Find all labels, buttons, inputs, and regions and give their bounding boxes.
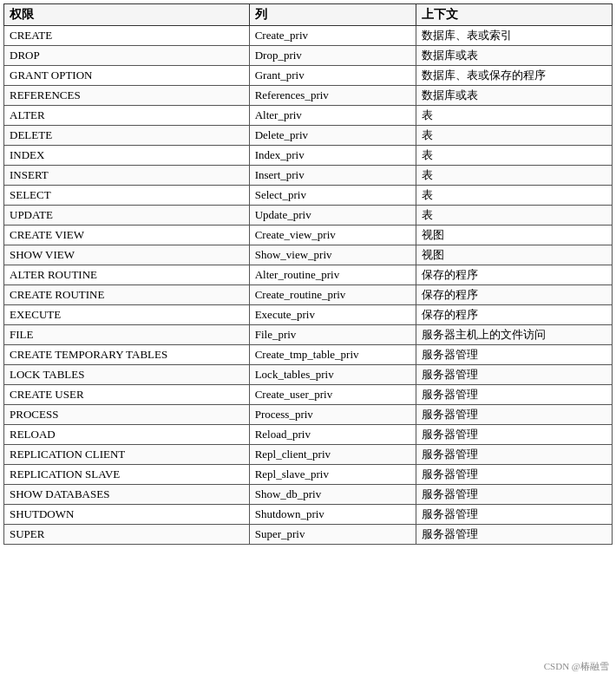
table-row: FILEFile_priv服务器主机上的文件访问 xyxy=(4,325,613,345)
table-cell: RELOAD xyxy=(4,425,250,445)
table-row: REPLICATION CLIENTRepl_client_priv服务器管理 xyxy=(4,445,613,465)
table-cell: 视图 xyxy=(416,226,613,245)
table-row: LOCK TABLESLock_tables_priv服务器管理 xyxy=(4,365,613,385)
table-row: DROPDrop_priv数据库或表 xyxy=(4,46,613,66)
table-cell: Process_priv xyxy=(249,405,416,425)
table-cell: 数据库或表 xyxy=(416,46,613,66)
table-cell: 表 xyxy=(416,186,613,206)
table-cell: CREATE ROUTINE xyxy=(4,285,250,305)
table-cell: 服务器管理 xyxy=(416,425,613,445)
table-cell: 表 xyxy=(416,126,613,146)
table-cell: Select_priv xyxy=(249,186,416,206)
table-cell: CREATE USER xyxy=(4,385,250,405)
table-cell: Create_routine_priv xyxy=(249,285,416,305)
table-cell: DROP xyxy=(4,46,250,66)
table-row: ALTERAlter_priv表 xyxy=(4,106,613,126)
table-row: CREATE TEMPORARY TABLESCreate_tmp_table_… xyxy=(4,345,613,365)
table-cell: INSERT xyxy=(4,166,250,186)
table-cell: Repl_slave_priv xyxy=(249,465,416,485)
table-cell: Grant_priv xyxy=(249,66,416,86)
table-cell: Show_view_priv xyxy=(249,245,416,265)
table-row: SELECTSelect_priv表 xyxy=(4,186,613,206)
table-cell: INDEX xyxy=(4,146,250,166)
table-cell: Drop_priv xyxy=(249,46,416,66)
table-cell: REPLICATION SLAVE xyxy=(4,465,250,485)
table-cell: Alter_routine_priv xyxy=(249,265,416,285)
table-cell: REPLICATION CLIENT xyxy=(4,445,250,465)
table-cell: CREATE TEMPORARY TABLES xyxy=(4,345,250,365)
table-cell: CREATE VIEW xyxy=(4,226,250,245)
table-cell: Reload_priv xyxy=(249,425,416,445)
table-cell: 表 xyxy=(416,206,613,226)
table-cell: Insert_priv xyxy=(249,166,416,186)
table-cell: FILE xyxy=(4,325,250,345)
table-row: INSERTInsert_priv表 xyxy=(4,166,613,186)
table-cell: 保存的程序 xyxy=(416,265,613,285)
table-cell: LOCK TABLES xyxy=(4,365,250,385)
table-row: CREATECreate_priv数据库、表或索引 xyxy=(4,26,613,46)
table-cell: Alter_priv xyxy=(249,106,416,126)
table-cell: Shutdown_priv xyxy=(249,505,416,525)
table-cell: SHUTDOWN xyxy=(4,505,250,525)
table-cell: 服务器管理 xyxy=(416,385,613,405)
table-row: SUPERSuper_priv服务器管理 xyxy=(4,525,613,545)
table-cell: Update_priv xyxy=(249,206,416,226)
table-row: CREATE ROUTINECreate_routine_priv保存的程序 xyxy=(4,285,613,305)
table-cell: Index_priv xyxy=(249,146,416,166)
table-row: ALTER ROUTINEAlter_routine_priv保存的程序 xyxy=(4,265,613,285)
table-cell: 服务器管理 xyxy=(416,405,613,425)
table-cell: 表 xyxy=(416,106,613,126)
table-cell: 服务器管理 xyxy=(416,445,613,465)
table-cell: 表 xyxy=(416,146,613,166)
table-cell: 表 xyxy=(416,166,613,186)
table-cell: Super_priv xyxy=(249,525,416,545)
table-cell: SHOW VIEW xyxy=(4,245,250,265)
table-cell: CREATE xyxy=(4,26,250,46)
table-header-row: 权限 列 上下文 xyxy=(4,4,613,26)
table-row: GRANT OPTIONGrant_priv数据库、表或保存的程序 xyxy=(4,66,613,86)
table-row: PROCESSProcess_priv服务器管理 xyxy=(4,405,613,425)
watermark: CSDN @椿融雪 xyxy=(544,660,609,673)
table-cell: Show_db_priv xyxy=(249,485,416,505)
table-row: REPLICATION SLAVERepl_slave_priv服务器管理 xyxy=(4,465,613,485)
table-cell: DELETE xyxy=(4,126,250,146)
table-cell: 视图 xyxy=(416,245,613,265)
table-cell: UPDATE xyxy=(4,206,250,226)
table-cell: Execute_priv xyxy=(249,305,416,325)
table-cell: 服务器管理 xyxy=(416,485,613,505)
table-row: SHOW DATABASESShow_db_priv服务器管理 xyxy=(4,485,613,505)
table-cell: References_priv xyxy=(249,86,416,106)
main-container: 权限 列 上下文 CREATECreate_priv数据库、表或索引DROPDr… xyxy=(0,0,616,548)
table-cell: ALTER ROUTINE xyxy=(4,265,250,285)
table-row: SHUTDOWNShutdown_priv服务器管理 xyxy=(4,505,613,525)
table-cell: REFERENCES xyxy=(4,86,250,106)
table-cell: 服务器管理 xyxy=(416,505,613,525)
table-row: SHOW VIEWShow_view_priv视图 xyxy=(4,245,613,265)
table-cell: ALTER xyxy=(4,106,250,126)
table-row: CREATE VIEWCreate_view_priv视图 xyxy=(4,226,613,245)
table-cell: Create_tmp_table_priv xyxy=(249,345,416,365)
privileges-table: 权限 列 上下文 CREATECreate_priv数据库、表或索引DROPDr… xyxy=(3,3,613,545)
table-cell: GRANT OPTION xyxy=(4,66,250,86)
table-row: INDEXIndex_priv表 xyxy=(4,146,613,166)
table-cell: 数据库、表或索引 xyxy=(416,26,613,46)
table-row: DELETEDelete_priv表 xyxy=(4,126,613,146)
table-cell: File_priv xyxy=(249,325,416,345)
table-cell: 服务器管理 xyxy=(416,465,613,485)
table-cell: Delete_priv xyxy=(249,126,416,146)
table-cell: 数据库、表或保存的程序 xyxy=(416,66,613,86)
table-cell: 数据库或表 xyxy=(416,86,613,106)
table-cell: 服务器管理 xyxy=(416,365,613,385)
table-cell: 保存的程序 xyxy=(416,305,613,325)
table-row: CREATE USERCreate_user_priv服务器管理 xyxy=(4,385,613,405)
table-cell: 服务器管理 xyxy=(416,525,613,545)
table-cell: 服务器管理 xyxy=(416,345,613,365)
table-cell: Repl_client_priv xyxy=(249,445,416,465)
table-cell: Lock_tables_priv xyxy=(249,365,416,385)
table-cell: Create_user_priv xyxy=(249,385,416,405)
table-row: RELOADReload_priv服务器管理 xyxy=(4,425,613,445)
col-header-column: 列 xyxy=(249,4,416,26)
table-cell: SHOW DATABASES xyxy=(4,485,250,505)
table-cell: SELECT xyxy=(4,186,250,206)
table-cell: SUPER xyxy=(4,525,250,545)
